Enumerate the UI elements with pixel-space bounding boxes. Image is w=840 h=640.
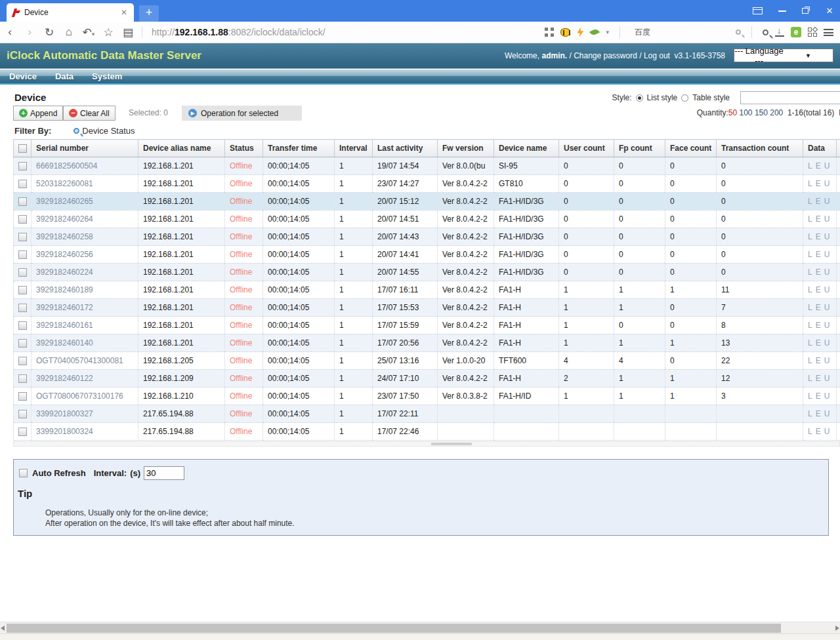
data-link-u[interactable]: U <box>824 179 830 188</box>
data-link-e[interactable]: E <box>816 214 821 224</box>
browser-tab[interactable]: Device ✕ <box>7 3 134 22</box>
serial-cell[interactable]: 5203182260081 <box>32 175 138 193</box>
page-hscrollbar-thumb[interactable] <box>7 624 781 633</box>
table-style-radio[interactable] <box>681 94 688 102</box>
menu-item-system[interactable]: System <box>83 71 131 81</box>
data-link-l[interactable]: L <box>808 250 812 259</box>
serial-cell[interactable]: 3929182460265 <box>32 193 138 210</box>
data-link-e[interactable]: E <box>816 197 821 206</box>
serial-cell[interactable]: 3929182460258 <box>32 228 138 246</box>
row-checkbox[interactable] <box>18 428 27 436</box>
data-link-l[interactable]: L <box>808 409 812 418</box>
device-status-filter[interactable]: Device Status <box>82 126 135 136</box>
forward-icon[interactable]: › <box>20 26 39 39</box>
scroll-left-arrow-icon[interactable] <box>1 626 5 631</box>
data-link-l[interactable]: L <box>808 338 812 348</box>
serial-cell[interactable]: 3929182460256 <box>32 246 138 264</box>
data-link-e[interactable]: E <box>816 303 821 312</box>
row-checkbox[interactable] <box>18 233 27 241</box>
auto-refresh-checkbox[interactable] <box>19 469 28 477</box>
back-icon[interactable]: ‹ <box>0 26 20 39</box>
clear-all-button[interactable]: − Clear All <box>63 106 116 121</box>
data-link-e[interactable]: E <box>816 356 821 365</box>
data-link-l[interactable]: L <box>808 356 812 365</box>
quantity-150[interactable]: 150 <box>753 108 768 117</box>
data-link-l[interactable]: L <box>808 374 812 383</box>
data-link-e[interactable]: E <box>816 409 821 418</box>
page-hscrollbar[interactable] <box>0 622 840 633</box>
data-link-l[interactable]: L <box>808 214 812 224</box>
scroll-right-arrow-icon[interactable] <box>835 626 839 631</box>
download-icon[interactable] <box>775 28 784 37</box>
qr-code-icon[interactable] <box>545 28 554 37</box>
row-checkbox[interactable] <box>18 180 27 188</box>
row-checkbox[interactable] <box>18 162 27 170</box>
data-link-l[interactable]: L <box>808 161 812 170</box>
data-link-l[interactable]: L <box>808 321 812 330</box>
interval-input[interactable] <box>144 466 184 480</box>
data-link-u[interactable]: U <box>824 161 830 170</box>
data-link-e[interactable]: E <box>816 374 821 383</box>
bee-extension-icon[interactable] <box>560 28 570 37</box>
data-link-e[interactable]: E <box>816 321 821 330</box>
quick-search-box[interactable]: 百度 <box>631 25 729 39</box>
window-panel-icon[interactable] <box>753 7 763 14</box>
refresh-icon[interactable]: ↻ <box>39 26 59 39</box>
address-bar[interactable]: http://192.168.1.88:8082/iclock/data/icl… <box>152 27 545 37</box>
serial-cell[interactable]: 3929182460161 <box>32 317 138 334</box>
data-link-l[interactable]: L <box>808 285 812 294</box>
reading-list-icon[interactable]: ▤ <box>118 26 138 39</box>
select-all-checkbox[interactable] <box>18 144 27 153</box>
extensions-dropdown-icon[interactable]: ▾ <box>606 29 609 35</box>
serial-cell[interactable]: 3929182460122 <box>32 370 138 388</box>
row-checkbox[interactable] <box>18 357 27 365</box>
table-hscrollbar[interactable] <box>13 441 840 447</box>
data-link-e[interactable]: E <box>816 250 821 259</box>
find-in-page-icon[interactable] <box>763 30 768 35</box>
serial-cell[interactable]: 66691825600504 <box>32 157 138 175</box>
data-link-u[interactable]: U <box>824 338 830 348</box>
serial-cell[interactable]: 3929182460264 <box>32 210 138 228</box>
undo-icon[interactable]: ↶▾ <box>79 26 98 39</box>
append-button[interactable]: + Append <box>13 106 63 121</box>
data-link-e[interactable]: E <box>816 391 821 401</box>
data-link-u[interactable]: U <box>824 356 830 365</box>
restore-icon[interactable] <box>802 8 808 14</box>
row-checkbox[interactable] <box>18 392 27 401</box>
operation-for-selected-button[interactable]: ▸ Operation for selected <box>182 106 302 121</box>
data-link-u[interactable]: U <box>824 427 830 436</box>
top-right-input[interactable] <box>740 91 840 104</box>
data-link-e[interactable]: E <box>816 338 821 348</box>
data-link-l[interactable]: L <box>808 391 812 401</box>
serial-cell[interactable]: 3929182460224 <box>32 264 138 281</box>
data-link-u[interactable]: U <box>824 391 830 401</box>
serial-cell[interactable]: 3929182460172 <box>32 299 138 317</box>
data-link-e[interactable]: E <box>816 179 821 188</box>
data-link-u[interactable]: U <box>824 197 830 206</box>
row-checkbox[interactable] <box>18 250 27 259</box>
data-link-l[interactable]: L <box>808 197 812 206</box>
data-link-l[interactable]: L <box>808 179 812 188</box>
data-link-u[interactable]: U <box>824 409 830 418</box>
quantity-100[interactable]: 100 <box>740 108 753 117</box>
row-checkbox[interactable] <box>18 304 27 312</box>
data-link-e[interactable]: E <box>816 161 821 170</box>
data-link-l[interactable]: L <box>808 427 812 436</box>
home-icon[interactable]: ⌂ <box>59 26 79 39</box>
ie-mode-icon[interactable]: e <box>791 27 801 37</box>
serial-cell[interactable]: 3399201800327 <box>32 405 138 423</box>
language-select[interactable]: --- Language --- ▼ <box>734 49 833 62</box>
serial-cell[interactable]: OGT7080067073100176 <box>32 388 138 405</box>
minimize-icon[interactable] <box>778 10 786 12</box>
row-checkbox[interactable] <box>18 321 27 330</box>
data-link-u[interactable]: U <box>824 285 830 294</box>
close-icon[interactable]: ✕ <box>824 6 835 16</box>
data-link-u[interactable]: U <box>824 214 830 224</box>
serial-cell[interactable]: OGT7040057041300081 <box>32 352 138 370</box>
tab-close-icon[interactable]: ✕ <box>119 8 129 17</box>
data-link-u[interactable]: U <box>824 268 830 277</box>
data-link-u[interactable]: U <box>824 374 830 383</box>
data-link-u[interactable]: U <box>824 250 830 259</box>
row-checkbox[interactable] <box>18 268 27 277</box>
data-link-l[interactable]: L <box>808 232 812 241</box>
